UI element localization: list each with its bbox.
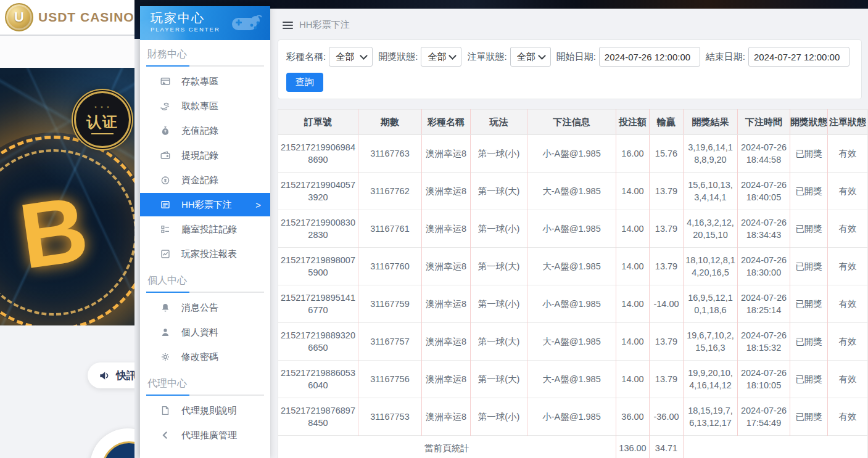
table-row: 215217219906984869031167763澳洲幸运8第一球(小)小-… [278,135,868,173]
table-cell: 已開獎 [790,173,828,210]
table-cell: 13.79 [650,248,684,285]
bets-table: 訂單號期數彩種名稱玩法下注信息投注額輸贏開獎結果下注時間開獎狀態注單狀態 215… [278,109,868,458]
sidebar-item-change-password[interactable]: 修改密碼 [140,345,270,369]
table-cell: 已開獎 [790,135,828,173]
table-cell: 第一球(大) [471,323,527,361]
sidebar-item-label: 充值記錄 [181,125,218,137]
lottery-name-select[interactable]: 全部 [329,47,373,67]
person-icon [160,327,171,338]
table-cell: 14.00 [616,323,650,361]
table-cell: 第一球(大) [471,173,527,210]
table-cell: 2152172198980075900 [278,248,358,285]
end-date-label: 結束日期: [706,51,745,63]
table-cell: 2152172198893206650 [278,323,358,361]
table-cell: 2024-07-26 18:25:14 [738,285,790,323]
page-title: HH彩票下注 [299,19,350,31]
filter-panel: 彩種名稱: 全部 開獎狀態: 全部 注單狀態: 全部 開始日期: 結束日期: 查… [278,39,862,99]
table-cell: 3,19,6,14,18,8,9,20 [684,135,738,173]
sidebar-item-profile[interactable]: 個人資料 [140,320,270,345]
column-header: 開獎結果 [684,110,738,135]
table-cell: 2152172198768978450 [278,398,358,436]
table-cell: 小-A盤@1.985 [527,210,616,248]
table-cell: 第一球(小) [471,135,527,173]
order-status-label: 注單狀態: [467,51,506,63]
table-cell: 大-A盤@1.985 [527,361,616,398]
sidebar-item-label: 修改密碼 [181,351,218,363]
logo-bar-spacer [0,36,134,68]
hamburger-menu-icon[interactable] [283,22,293,29]
table-row: 215217219889320665031167757澳洲幸运8第一球(大)大-… [278,323,868,361]
table-cell: 第一球(小) [471,285,527,323]
table-cell: 2152172199040573920 [278,173,358,210]
sidebar-item-hall-bet-record[interactable]: 廳室投註記錄 [140,217,270,242]
sidebar-item-recharge-record[interactable]: 充值記錄 [140,118,270,143]
sidebar-item-hh-lottery-bets[interactable]: HH彩票下注 > [140,193,270,216]
document-icon [160,405,171,416]
certification-badge: * * * 认证 [74,91,131,148]
table-cell: 澳洲幸运8 [422,323,471,361]
sidebar-item-agent-promotion[interactable]: 代理推廣管理 [140,423,270,448]
sidebar-item-withdraw[interactable]: 取款專區 [140,94,270,118]
table-cell: 已開獎 [790,323,828,361]
sidebar-item-label: HH彩票下注 [181,199,232,211]
site-logo[interactable]: U USDT CASINO [0,0,134,36]
column-header: 下注時間 [738,110,790,135]
sidebar-item-agent-rules[interactable]: 代理規則說明 [140,398,270,423]
table-cell: 31167753 [358,398,422,436]
table-cell: 有效 [828,323,868,361]
chart-icon [160,248,171,260]
table-cell: 有效 [828,248,868,285]
table-cell: 第一球(小) [471,210,527,248]
list-icon [160,224,171,235]
share-chevron-icon [160,430,171,441]
end-date-input[interactable] [748,47,849,67]
table-cell: 2024-07-26 18:10:05 [738,361,790,398]
search-button[interactable]: 查詢 [286,73,323,92]
sidebar-item-withdrawal-record[interactable]: 提現記錄 [140,143,270,168]
breadcrumb: HH彩票下注 [270,9,868,39]
order-status-select[interactable]: 全部 [510,47,551,67]
summary-winloss-total: 34.71 [650,436,684,458]
draw-status-select[interactable]: 全部 [421,47,461,67]
section-divider [146,65,264,67]
table-cell: 有效 [828,398,868,436]
table-cell: 19,9,20,10,4,16,14,12 [684,361,738,398]
table-row: 215217219898007590031167760澳洲幸运8第一球(大)大-… [278,248,868,285]
table-cell: 大-A盤@1.985 [527,173,616,210]
badge-label: 认证 [86,112,118,132]
summary-row: 當前頁統計136.0034.71 [278,436,868,458]
sidebar-item-label: 玩家投注報表 [181,248,237,260]
table-cell: 36.00 [616,398,650,436]
sidebar-item-deposit[interactable]: 存款專區 [140,69,270,94]
table-row: 215217219886053604031167756澳洲幸运8第一球(大)大-… [278,361,868,398]
column-header: 注單狀態 [828,110,868,135]
sidebar-header: 玩家中心 PLAYERS CENTER [140,6,270,40]
sidebar-item-label: 資金記錄 [181,174,218,186]
section-title-agent: 代理中心 [140,369,270,395]
table-cell: 澳洲幸运8 [422,398,471,436]
table-cell: 31167759 [358,285,422,323]
table-row: 215217219904057392031167762澳洲幸运8第一球(大)大-… [278,173,868,210]
table-cell: 13.79 [650,323,684,361]
bitcoin-symbol: B [14,182,93,283]
table-cell: 14.00 [616,361,650,398]
table-row: 215217219876897845031167753澳洲幸运8第一球(小)小-… [278,398,868,436]
section-title-personal: 個人中心 [140,266,270,292]
players-center-sidebar: 玩家中心 PLAYERS CENTER 財務中心 存款專區 取款專區 [140,6,270,458]
start-date-input[interactable] [599,47,700,67]
sidebar-item-player-bet-report[interactable]: 玩家投注報表 [140,242,270,266]
table-cell: 小-A盤@1.985 [527,398,616,436]
sidebar-item-announcements[interactable]: 消息公告 [140,295,270,320]
table-cell: 2152172198860536040 [278,361,358,398]
sidebar-item-funds-record[interactable]: 資金記錄 [140,168,270,192]
table-cell: 第一球(大) [471,361,527,398]
table-cell: 有效 [828,135,868,173]
column-header: 輸贏 [650,110,684,135]
hand-money-icon [160,100,171,112]
table-cell: 31167756 [358,361,422,398]
bell-icon [160,302,171,313]
table-cell: 31167761 [358,210,422,248]
section-divider [146,395,264,396]
brand-name: USDT CASINO [38,10,134,25]
table-cell: 31167762 [358,173,422,210]
